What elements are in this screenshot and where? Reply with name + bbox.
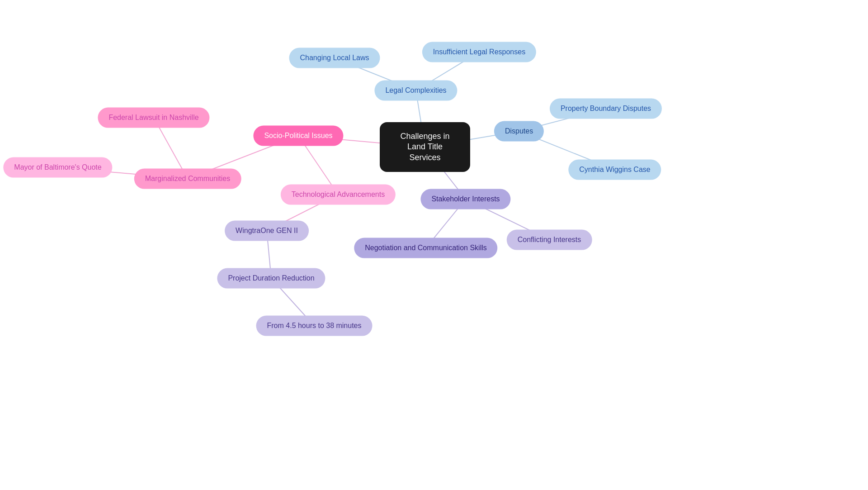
node-hours-to-minutes[interactable]: From 4.5 hours to 38 minutes — [256, 316, 373, 336]
node-project-duration[interactable]: Project Duration Reduction — [217, 268, 325, 289]
node-changing-laws[interactable]: Changing Local Laws — [289, 48, 380, 68]
node-cynthia-wiggins[interactable]: Cynthia Wiggins Case — [568, 160, 661, 180]
node-marginalized[interactable]: Marginalized Communities — [134, 169, 241, 189]
node-socio-political[interactable]: Socio-Political Issues — [253, 126, 343, 146]
node-disputes[interactable]: Disputes — [494, 121, 544, 142]
node-federal-lawsuit[interactable]: Federal Lawsuit in Nashville — [98, 108, 209, 128]
node-legal-complexities[interactable]: Legal Complexities — [374, 81, 457, 101]
node-insufficient-legal[interactable]: Insufficient Legal Responses — [422, 42, 536, 62]
node-conflicting-interests[interactable]: Conflicting Interests — [507, 230, 592, 250]
center-node[interactable]: Challenges in Land Title Services — [380, 122, 470, 172]
node-stakeholder-interests[interactable]: Stakeholder Interests — [420, 189, 510, 209]
node-wingtraone[interactable]: WingtraOne GEN II — [225, 221, 309, 241]
node-property-boundary[interactable]: Property Boundary Disputes — [550, 99, 662, 119]
node-tech-advancements[interactable]: Technological Advancements — [281, 185, 396, 205]
node-negotiation-skills[interactable]: Negotiation and Communication Skills — [354, 238, 497, 258]
node-mayor-quote[interactable]: Mayor of Baltimore's Quote — [3, 157, 112, 178]
